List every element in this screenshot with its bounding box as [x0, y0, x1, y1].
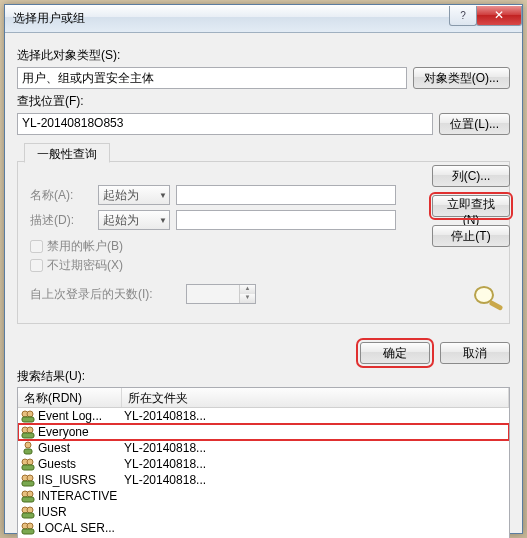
days-spinner[interactable]: ▲▼ — [186, 284, 256, 304]
svg-point-0 — [475, 287, 493, 303]
help-button[interactable]: ? — [449, 6, 477, 26]
svg-rect-21 — [22, 513, 34, 518]
row-name: Everyone — [38, 425, 124, 439]
principal-icon — [20, 489, 36, 503]
svg-rect-7 — [22, 433, 34, 438]
svg-point-14 — [27, 475, 33, 481]
principal-icon — [20, 521, 36, 535]
description-match-combo[interactable]: 起始为 ▼ — [98, 210, 170, 230]
chevron-down-icon: ▼ — [159, 216, 167, 225]
dialog-window: 选择用户或组 ? ✕ 选择此对象类型(S): 用户、组或内置安全主体 对象类型(… — [4, 4, 523, 534]
object-type-label: 选择此对象类型(S): — [17, 47, 510, 64]
days-since-logon-label: 自上次登录后的天数(I): — [30, 286, 180, 303]
list-header[interactable]: 名称(RDN) 所在文件夹 — [18, 388, 509, 408]
location-field[interactable]: YL-20140818O853 — [17, 113, 433, 135]
list-item[interactable]: INTERACTIVE — [18, 488, 509, 504]
svg-point-3 — [27, 411, 33, 417]
results-list[interactable]: 名称(RDN) 所在文件夹 Event Log...YL-20140818...… — [17, 387, 510, 538]
chevron-down-icon: ▼ — [159, 191, 167, 200]
svg-point-6 — [27, 427, 33, 433]
list-item[interactable]: GuestYL-20140818... — [18, 440, 509, 456]
principal-icon — [20, 505, 36, 519]
object-type-field[interactable]: 用户、组或内置安全主体 — [17, 67, 407, 89]
find-now-button[interactable]: 立即查找(N) — [432, 195, 510, 217]
svg-point-23 — [27, 523, 33, 529]
svg-rect-12 — [22, 465, 34, 470]
cancel-button[interactable]: 取消 — [440, 342, 510, 364]
svg-rect-24 — [22, 529, 34, 534]
row-folder: YL-20140818... — [124, 409, 507, 423]
magnifier-icon — [470, 283, 510, 311]
locations-button[interactable]: 位置(L)... — [439, 113, 510, 135]
row-name: IUSR — [38, 505, 124, 519]
window-title: 选择用户或组 — [13, 10, 450, 27]
list-item[interactable]: LOCAL SER... — [18, 520, 509, 536]
list-item[interactable]: Everyone — [18, 424, 509, 440]
svg-rect-4 — [22, 417, 34, 422]
titlebar[interactable]: 选择用户或组 ? ✕ — [5, 5, 522, 33]
non-expiring-password-checkbox[interactable]: 不过期密码(X) — [30, 257, 396, 274]
chevron-up-icon: ▲ — [240, 285, 255, 294]
location-label: 查找位置(F): — [17, 93, 510, 110]
list-item[interactable]: Event Log...YL-20140818... — [18, 408, 509, 424]
principal-icon — [20, 409, 36, 423]
row-folder: YL-20140818... — [124, 473, 507, 487]
close-icon: ✕ — [494, 8, 504, 22]
principal-icon — [20, 425, 36, 439]
ok-button[interactable]: 确定 — [360, 342, 430, 364]
svg-rect-1 — [489, 300, 504, 311]
tab-common-queries[interactable]: 一般性查询 — [24, 143, 110, 163]
chevron-down-icon: ▼ — [240, 294, 255, 303]
svg-point-20 — [27, 507, 33, 513]
close-button[interactable]: ✕ — [476, 6, 522, 26]
row-name: Guest — [38, 441, 124, 455]
name-label: 名称(A): — [30, 187, 92, 204]
principal-icon — [20, 473, 36, 487]
description-label: 描述(D): — [30, 212, 92, 229]
name-match-combo[interactable]: 起始为 ▼ — [98, 185, 170, 205]
list-item[interactable]: IIS_IUSRSYL-20140818... — [18, 472, 509, 488]
svg-point-11 — [27, 459, 33, 465]
list-item[interactable]: GuestsYL-20140818... — [18, 456, 509, 472]
column-name[interactable]: 名称(RDN) — [18, 388, 122, 407]
row-name: Guests — [38, 457, 124, 471]
principal-icon — [20, 457, 36, 471]
columns-button[interactable]: 列(C)... — [432, 165, 510, 187]
list-item[interactable]: IUSR — [18, 504, 509, 520]
column-folder[interactable]: 所在文件夹 — [122, 388, 509, 407]
name-input[interactable] — [176, 185, 396, 205]
principal-icon — [20, 441, 36, 455]
row-name: INTERACTIVE — [38, 489, 124, 503]
search-results-label: 搜索结果(U): — [5, 368, 522, 385]
svg-rect-15 — [22, 481, 34, 486]
row-name: LOCAL SER... — [38, 521, 124, 535]
object-types-button[interactable]: 对象类型(O)... — [413, 67, 510, 89]
svg-rect-18 — [22, 497, 34, 502]
description-input[interactable] — [176, 210, 396, 230]
svg-point-17 — [27, 491, 33, 497]
row-name: Event Log... — [38, 409, 124, 423]
row-folder: YL-20140818... — [124, 457, 507, 471]
svg-rect-9 — [24, 449, 32, 454]
stop-button[interactable]: 停止(T) — [432, 225, 510, 247]
row-name: IIS_IUSRS — [38, 473, 124, 487]
svg-point-8 — [25, 442, 31, 448]
row-folder: YL-20140818... — [124, 441, 507, 455]
disabled-accounts-checkbox[interactable]: 禁用的帐户(B) — [30, 238, 396, 255]
